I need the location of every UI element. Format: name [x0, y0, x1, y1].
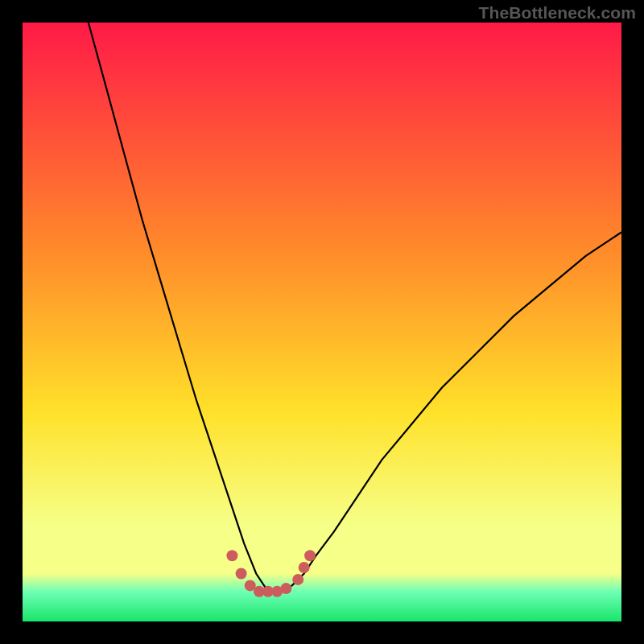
highlight-dot: [280, 583, 291, 594]
highlight-dot: [299, 562, 310, 573]
chart-frame: TheBottleneck.com: [0, 0, 644, 644]
highlight-dot: [236, 568, 247, 580]
highlight-dot: [292, 574, 303, 585]
highlight-dot: [226, 550, 237, 561]
highlight-dot: [304, 550, 316, 561]
watermark-text: TheBottleneck.com: [479, 3, 636, 23]
highlight-dots: [226, 550, 316, 597]
plot-area: [23, 23, 621, 621]
bottleneck-curve: [89, 23, 621, 592]
curve-layer: [23, 23, 621, 621]
